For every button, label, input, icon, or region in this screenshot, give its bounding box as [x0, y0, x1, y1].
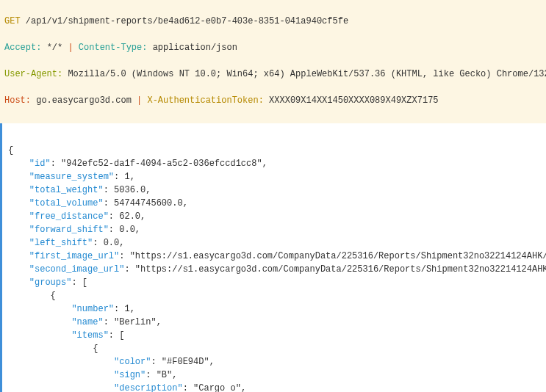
json-val-id: "942efc52-da1f-4094-a5c2-036efccd1cc8" [61, 159, 262, 169]
json-key-measure-system: "measure_system" [29, 172, 114, 182]
json-key-description: "description" [114, 383, 183, 392]
json-key-name: "name" [71, 317, 103, 327]
json-key-number: "number" [71, 304, 114, 314]
content-type-header-value: application/json [153, 43, 237, 53]
json-key-first-image-url: "first_image_url" [29, 251, 119, 261]
json-body: { "id": "942efc52-da1f-4094-a5c2-036efcc… [8, 144, 542, 392]
json-key-total-volume: "total_volume" [29, 198, 104, 208]
request-line-1: GET /api/v1/shipment-reports/be4ad612-e0… [4, 15, 542, 28]
json-val-total-volume: 54744745600.0 [114, 198, 183, 208]
request-line-3: User-Agent: Mozilla/5.0 (Windows NT 10.0… [4, 68, 542, 81]
header-separator: | [68, 43, 73, 53]
json-val-number: 1 [124, 304, 129, 314]
json-key-color: "color" [114, 357, 151, 367]
json-val-color: "#F0E94D" [162, 357, 209, 367]
accept-header-value: */* [47, 43, 63, 53]
json-val-free-distance: 62.0 [119, 211, 140, 222]
host-header-value: go.easycargo3d.com [36, 95, 132, 106]
json-key-total-weight: "total_weight" [29, 185, 104, 195]
json-val-name: "Berlin" [114, 317, 157, 327]
http-response-block: { "id": "942efc52-da1f-4094-a5c2-036efcc… [0, 123, 546, 392]
http-method: GET [4, 16, 21, 26]
json-val-total-weight: 5036.0 [114, 185, 146, 195]
json-val-left-shift: 0.0 [104, 238, 120, 248]
header-separator-2: | [137, 95, 142, 106]
json-key-groups: "groups" [29, 277, 72, 288]
content-type-header-label: Content-Type: [79, 43, 148, 53]
json-val-first-image-url: "https://s1.easycargo3d.com/CompanyData/… [130, 251, 546, 261]
json-val-measure-system: 1 [124, 172, 129, 182]
host-header-label: Host: [4, 95, 31, 106]
user-agent-header-value: Mozilla/5.0 (Windows NT 10.0; Win64; x64… [68, 69, 546, 79]
json-val-forward-shift: 0.0 [119, 225, 135, 235]
request-path: /api/v1/shipment-reports/be4ad612-e0b7-4… [26, 16, 348, 26]
request-line-4: Host: go.easycargo3d.com | X-Authenticat… [4, 94, 542, 107]
request-line-2: Accept: */* | Content-Type: application/… [4, 41, 542, 54]
xauth-header-label: X-AuthenticationToken: [147, 95, 263, 106]
json-key-id: "id" [29, 159, 51, 169]
json-key-forward-shift: "forward_shift" [29, 225, 109, 235]
json-val-second-image-url: "https://s1.easycargo3d.com/CompanyData/… [135, 264, 546, 275]
accept-header-label: Accept: [4, 43, 41, 53]
json-key-second-image-url: "second_image_url" [29, 264, 125, 275]
json-val-description: "Cargo o" [193, 383, 241, 392]
http-request-block: GET /api/v1/shipment-reports/be4ad612-e0… [0, 0, 546, 123]
json-val-sign: "B" [157, 370, 173, 380]
json-key-free-distance: "free_distance" [29, 211, 109, 222]
user-agent-header-label: User-Agent: [4, 69, 62, 79]
json-key-sign: "sign" [114, 370, 146, 380]
json-key-left-shift: "left_shift" [29, 238, 93, 248]
xauth-header-value: XXXX09X14XX1450XXXX089X49XZX7175 [269, 95, 438, 106]
json-key-items: "items" [71, 330, 108, 341]
